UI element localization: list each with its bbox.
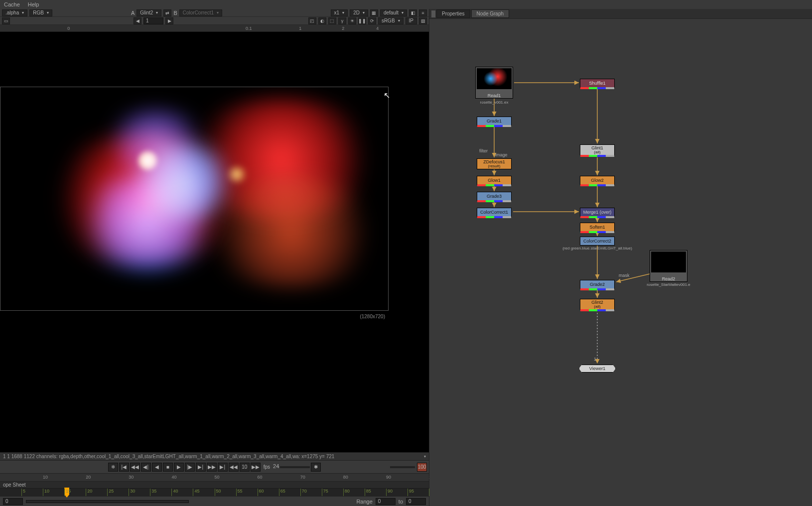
play-fwd-fast-icon[interactable]: ▶▶ bbox=[207, 463, 217, 472]
node-colorcorrect2[interactable]: ColorCorrect2 (red green.blue.starEmitLG… bbox=[580, 237, 615, 246]
node-viewer1[interactable]: Viewer1 bbox=[579, 365, 616, 373]
dopesheet-tab[interactable]: ope Sheet bbox=[0, 481, 429, 488]
read1-thumbnail bbox=[477, 68, 512, 89]
ruler-tick: 1 bbox=[299, 26, 301, 31]
node-read2[interactable]: Read2 rosette_StarMattev001.e bbox=[650, 250, 687, 282]
stripes-icon[interactable]: ▨ bbox=[419, 17, 427, 24]
play-rev-fast-icon[interactable]: ◀◀ bbox=[130, 463, 140, 472]
node-zdefocus1[interactable]: ZDefocus1 (result) bbox=[477, 158, 512, 169]
tab-properties[interactable]: Properties bbox=[436, 9, 470, 18]
play-rev-icon[interactable]: ◀ bbox=[152, 463, 162, 472]
play-snowflake-icon[interactable]: ❄ bbox=[108, 463, 118, 472]
range-from-input[interactable] bbox=[376, 498, 396, 505]
layout-select[interactable]: default bbox=[380, 9, 407, 16]
downres-input[interactable] bbox=[143, 17, 163, 24]
node-glint1[interactable]: Glint1 (all) bbox=[580, 144, 615, 155]
downres-prev-icon[interactable]: ◀ bbox=[134, 17, 141, 24]
fps-label: fps bbox=[264, 464, 270, 470]
clip-icon[interactable]: ⬚ bbox=[328, 17, 336, 24]
colorcorrect1-label: ColorCorrect1 bbox=[480, 210, 508, 215]
refresh-icon[interactable]: ⟳ bbox=[368, 17, 376, 24]
zdefocus1-sub: (result) bbox=[488, 164, 501, 168]
grip-icon[interactable] bbox=[431, 10, 435, 17]
node-grade3[interactable]: Grade3 bbox=[477, 192, 512, 201]
dims-select[interactable]: 2D bbox=[350, 9, 368, 16]
play-last-icon[interactable]: ▶| bbox=[218, 463, 228, 472]
skip-back-icon[interactable]: ◀◀ bbox=[229, 463, 239, 472]
mask-icon[interactable]: ◐ bbox=[318, 17, 326, 24]
timeline-ruler[interactable]: 102030405060708090100 bbox=[0, 473, 429, 481]
viewer1-label: Viewer1 bbox=[589, 366, 605, 371]
node-colorcorrect1[interactable]: ColorCorrect1 bbox=[477, 208, 512, 217]
timeline-tick: 70 bbox=[300, 475, 305, 480]
node-grade2[interactable]: Grade2 bbox=[580, 280, 615, 289]
menu-cache[interactable]: Cache bbox=[4, 1, 20, 7]
proxy-icon[interactable]: ▭ bbox=[2, 17, 10, 24]
node-read1[interactable]: Read1 rosette_v001.ex bbox=[475, 67, 513, 99]
menu-icon[interactable]: ≡ bbox=[419, 9, 427, 16]
frame-tick: 50 bbox=[215, 489, 221, 496]
frame-tick: 70 bbox=[300, 489, 307, 496]
grade1-label: Grade1 bbox=[487, 119, 502, 124]
node-shuffle1[interactable]: Shuffle1 bbox=[580, 79, 615, 88]
play-mode-icon[interactable]: ✱ bbox=[311, 463, 321, 472]
node-graph[interactable]: Read1 rosette_v001.ex Shuffle1 Grade1 fi… bbox=[429, 19, 812, 506]
play-next-key-icon[interactable]: |▶ bbox=[185, 463, 195, 472]
colorcorrect2-label: ColorCorrect2 bbox=[583, 239, 611, 244]
play-prev-key-icon[interactable]: ◀| bbox=[141, 463, 151, 472]
frame-in-input[interactable] bbox=[3, 498, 23, 505]
gamma-icon[interactable]: γ bbox=[338, 17, 346, 24]
overlay-icon[interactable]: ▦ bbox=[370, 9, 378, 16]
colorspace-select[interactable]: RGB bbox=[29, 9, 52, 16]
glow2-label: Glow2 bbox=[591, 178, 604, 183]
viewer-input-1: 1 bbox=[594, 357, 596, 362]
range-end[interactable]: 100 bbox=[417, 463, 427, 472]
frame-tick: 75 bbox=[322, 489, 328, 496]
timeline-tick: 60 bbox=[258, 475, 263, 480]
ip-button[interactable]: IP bbox=[406, 17, 417, 24]
play-step-fwd-icon[interactable]: ▶| bbox=[196, 463, 206, 472]
pause-icon[interactable]: ❚❚ bbox=[358, 17, 366, 24]
input-a-select[interactable]: Glint2 bbox=[136, 9, 161, 16]
lut-select[interactable]: sRGB bbox=[378, 17, 404, 24]
input-b-select[interactable]: ColorCorrect1 bbox=[179, 9, 222, 16]
node-soften1[interactable]: Soften1 bbox=[580, 223, 615, 232]
menu-help[interactable]: Help bbox=[28, 1, 39, 7]
tab-node-graph[interactable]: Node Graph bbox=[471, 9, 509, 18]
channel-mode-select[interactable]: .alpha bbox=[2, 9, 27, 16]
frame-tick: 65 bbox=[279, 489, 285, 496]
colorcorrect2-sub: (red green.blue.starEmitLGHT_all.blue) bbox=[562, 246, 632, 251]
gain-icon[interactable]: ☀ bbox=[348, 17, 356, 24]
timeline-tick: 30 bbox=[129, 475, 134, 480]
read2-file: rosette_StarMattev001.e bbox=[647, 282, 690, 287]
timeline-tick: 80 bbox=[343, 475, 348, 480]
node-glint2[interactable]: Glint2 (all) bbox=[580, 299, 615, 310]
roi-icon[interactable]: ◰ bbox=[308, 17, 316, 24]
play-stop-icon[interactable]: ■ bbox=[163, 463, 173, 472]
wipe-icon[interactable]: ◧ bbox=[409, 9, 417, 16]
node-glow1[interactable]: Glow1 bbox=[477, 176, 512, 185]
range-to-label: to bbox=[399, 499, 403, 505]
frame-tick: 55 bbox=[236, 489, 243, 496]
node-grade1[interactable]: Grade1 bbox=[477, 117, 512, 126]
timeline-tick: 10 bbox=[43, 475, 48, 480]
frame-slider[interactable] bbox=[26, 500, 189, 503]
skip-fwd-icon[interactable]: ▶▶ bbox=[251, 463, 261, 472]
zoom-select[interactable]: x1 bbox=[331, 9, 348, 16]
range-to-input[interactable] bbox=[406, 498, 426, 505]
shuffle1-label: Shuffle1 bbox=[589, 81, 606, 86]
frame-track[interactable]: 5101520253035404550556065707580859095100 bbox=[0, 488, 429, 496]
vol-slider[interactable] bbox=[390, 466, 415, 468]
skip-amount[interactable]: 10 bbox=[240, 463, 250, 472]
viewer-canvas[interactable]: (1280x720) ↖ bbox=[0, 32, 429, 452]
downres-next-icon[interactable]: ▶ bbox=[165, 17, 173, 24]
node-glow2[interactable]: Glow2 bbox=[580, 176, 615, 185]
swap-inputs-icon[interactable]: ⇄ bbox=[163, 9, 171, 16]
play-fwd-icon[interactable]: ▶ bbox=[174, 463, 184, 472]
play-first-icon[interactable]: |◀ bbox=[119, 463, 129, 472]
play-slider[interactable] bbox=[280, 466, 310, 468]
status-expand-icon[interactable]: ▾ bbox=[424, 454, 426, 459]
fps-select[interactable]: 24 bbox=[273, 463, 279, 471]
frame-tick: 10 bbox=[43, 489, 49, 496]
node-merge1[interactable]: Merge1 (over) bbox=[580, 208, 615, 217]
